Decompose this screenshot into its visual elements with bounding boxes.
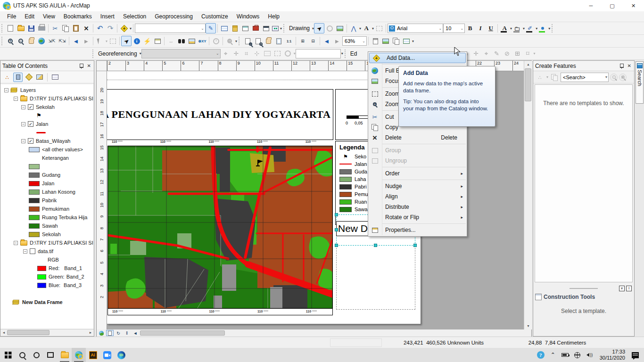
- add-control-points-icon[interactable]: ⌖: [221, 49, 231, 59]
- catalog-icon[interactable]: [230, 23, 240, 33]
- zoom-out-icon[interactable]: −: [16, 36, 26, 46]
- toolbar-grip[interactable]: [283, 24, 286, 33]
- rotate-icon[interactable]: [283, 49, 293, 59]
- time-slider-icon[interactable]: [211, 36, 221, 46]
- add-data-icon[interactable]: +: [119, 23, 129, 33]
- menu-item-properties[interactable]: Properties...: [368, 225, 467, 235]
- bold-icon[interactable]: B: [465, 23, 475, 33]
- selection-handle[interactable]: [335, 244, 338, 247]
- toolbar-overflow-icon[interactable]: ▾: [533, 51, 535, 56]
- clear-search-icon[interactable]: ✕: [619, 74, 627, 81]
- toolbar-grip[interactable]: [1, 24, 4, 33]
- menu-item-distribute[interactable]: Distribute ▸: [368, 202, 467, 212]
- collapse-splitter-icon[interactable]: ⩔: [619, 286, 625, 291]
- fixed-zoom-out-icon[interactable]: ⇱⇲: [57, 36, 67, 46]
- layer-checkbox[interactable]: [30, 248, 35, 254]
- layer-checkbox[interactable]: ✓: [28, 121, 33, 127]
- menu-item[interactable]: Help: [264, 12, 284, 21]
- scroll-thumb[interactable]: [140, 330, 225, 336]
- zoom-whole-page-icon[interactable]: [273, 36, 284, 46]
- selection-handle[interactable]: [374, 244, 377, 247]
- legend-item[interactable]: Sawah: [29, 222, 58, 230]
- cut-icon[interactable]: ✂: [50, 23, 60, 33]
- create-features-close-icon[interactable]: ✕: [627, 63, 631, 68]
- layout-pan-icon[interactable]: [263, 36, 273, 46]
- python-window-icon[interactable]: [261, 23, 271, 33]
- identify-icon[interactable]: i: [132, 36, 142, 46]
- scroll-thumb[interactable]: [7, 330, 50, 335]
- legend-item[interactable]: Lahan Kosong: [29, 188, 75, 196]
- toc-layer-jalan[interactable]: − ✓ Jalan: [21, 120, 48, 128]
- file-explorer-button[interactable]: [58, 348, 72, 362]
- menu-item-align[interactable]: Align ▸: [368, 191, 467, 202]
- font-combo[interactable]: O ⌄: [388, 24, 443, 33]
- font-size-input[interactable]: [444, 25, 457, 32]
- legend-all-other[interactable]: <all other values>: [29, 146, 83, 153]
- combo-arrow-icon[interactable]: ⌄: [362, 39, 365, 43]
- layout-back-icon[interactable]: ◄: [322, 36, 332, 46]
- legend-item[interactable]: Ruang Terbuka Hija: [29, 214, 87, 221]
- tray-chevron-up-icon[interactable]: ⌃: [547, 348, 559, 362]
- layer-label[interactable]: Sekolah: [36, 104, 55, 110]
- add-data-dropdown-icon[interactable]: ▾: [130, 26, 132, 31]
- template-search-input[interactable]: [561, 74, 601, 81]
- menu-item[interactable]: Insert: [96, 12, 119, 21]
- layout-zoom-in-icon[interactable]: +: [242, 36, 253, 46]
- sekolah-symbol[interactable]: ⚑: [36, 112, 41, 119]
- viewer-window-icon[interactable]: ⊞: [224, 36, 235, 46]
- forward-extent-icon[interactable]: ►: [81, 36, 91, 46]
- pin-icon[interactable]: [79, 64, 83, 68]
- undo-icon[interactable]: ↶: [95, 23, 105, 33]
- layer-label[interactable]: data.tif: [38, 248, 53, 254]
- layout-vertical-scrollbar[interactable]: ▲ ▼: [524, 61, 532, 329]
- scroll-left-icon[interactable]: ◄: [132, 330, 139, 336]
- full-extent-icon[interactable]: [36, 36, 47, 46]
- illustrator-button[interactable]: Ai: [86, 348, 100, 362]
- zoom-app-button[interactable]: [100, 348, 114, 362]
- toolbar-overflow-icon[interactable]: ▾: [341, 51, 343, 56]
- combo-arrow-icon[interactable]: ⌄: [460, 26, 463, 31]
- layer-label[interactable]: Layers: [20, 87, 36, 93]
- toc-layer-batas-wilayah[interactable]: − ✓ Batas_Wilayah: [21, 137, 70, 145]
- open-icon[interactable]: [16, 23, 26, 33]
- marker-color-icon[interactable]: [537, 23, 548, 33]
- html-popup-icon[interactable]: [152, 36, 163, 46]
- save-icon[interactable]: [26, 23, 36, 33]
- line-color-icon[interactable]: ✐: [525, 23, 535, 33]
- menu-item[interactable]: Customize: [197, 12, 232, 21]
- zoom-to-selected-icon[interactable]: [335, 23, 345, 33]
- search-templates-icon[interactable]: [610, 74, 618, 81]
- view-link-table-icon[interactable]: [272, 49, 283, 59]
- fixed-zoom-in-icon[interactable]: ⇲⇱: [47, 36, 57, 46]
- legend-item[interactable]: Gudang: [29, 171, 60, 179]
- task-view-button[interactable]: [43, 348, 58, 362]
- scroll-thumb[interactable]: [525, 68, 531, 101]
- volume-icon[interactable]: )): [584, 348, 596, 362]
- paste-icon[interactable]: [71, 23, 81, 33]
- legend-item[interactable]: Sekolah: [29, 230, 61, 238]
- menu-item[interactable]: View: [39, 12, 59, 21]
- editor-tool-icon[interactable]: ⊞: [512, 49, 522, 59]
- battery-icon[interactable]: [559, 348, 571, 362]
- select-link-icon[interactable]: ⌗: [241, 49, 252, 59]
- expander-icon[interactable]: −: [21, 105, 25, 109]
- zoom-in-icon[interactable]: +: [5, 36, 16, 46]
- jalan-symbol[interactable]: [36, 129, 46, 136]
- map-title-element[interactable]: PETA PENGGUNAAN LAHAN DIY YOGYAKARTA: [107, 89, 333, 140]
- menu-item[interactable]: Windows: [232, 12, 264, 21]
- expander-icon[interactable]: −: [21, 139, 25, 143]
- map-scale-combo[interactable]: ⌄: [135, 24, 206, 33]
- list-by-selection-icon[interactable]: [35, 73, 44, 82]
- scroll-left-icon[interactable]: ◄: [0, 329, 7, 336]
- layer-label[interactable]: Batas_Wilayah: [36, 138, 70, 144]
- editor-menu-partial[interactable]: Ed: [348, 50, 359, 57]
- new-data-frame-extent[interactable]: [336, 246, 415, 310]
- combo-arrow-icon[interactable]: ⌄: [201, 26, 204, 31]
- folder-label[interactable]: D:\TRY 1\UTS APLIAKSI SI: [30, 240, 93, 246]
- clear-selection-icon[interactable]: [107, 36, 118, 46]
- editor-tool-icon[interactable]: ✎: [491, 49, 502, 59]
- action-center-button[interactable]: [629, 348, 641, 362]
- toolbox-icon[interactable]: [250, 23, 261, 33]
- start-button[interactable]: [1, 348, 15, 362]
- list-by-visibility-icon[interactable]: [24, 73, 33, 82]
